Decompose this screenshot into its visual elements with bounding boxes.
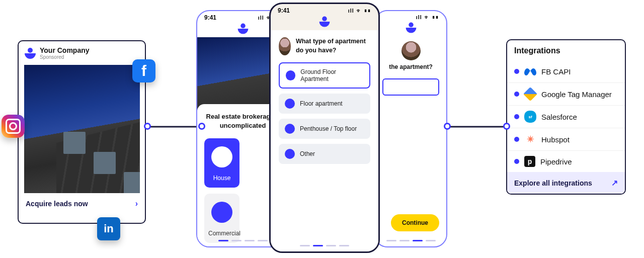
google-tag-manager-icon	[524, 88, 536, 100]
avatar	[401, 41, 421, 60]
salesforce-icon: sf	[524, 111, 536, 123]
chevron-right-icon: ›	[135, 199, 138, 208]
option-label: Ground Floor Apartment	[300, 68, 363, 82]
integration-item-gtm[interactable]: Google Tag Manager	[507, 82, 625, 105]
radio-icon	[285, 124, 295, 134]
integration-label: Hubspot	[541, 135, 570, 144]
integration-label: Salesforce	[541, 113, 577, 121]
avatar	[279, 37, 291, 55]
ad-company-name: Your Company	[40, 46, 90, 54]
ad-cta-button[interactable]: Acquire leads now ›	[19, 193, 145, 214]
integration-label: Pipedrive	[540, 157, 572, 166]
hubspot-icon: ✴	[524, 133, 536, 145]
ad-sponsored-label: Sponsored	[40, 54, 90, 60]
status-icons: ıll ᯤ ▮▮	[348, 8, 371, 14]
flow-node	[144, 123, 151, 130]
integration-item-hubspot[interactable]: ✴ Hubspot	[507, 128, 625, 150]
integration-item-pipedrive[interactable]: p Pipedrive	[507, 150, 625, 172]
option-label: Penthouse / Top floor	[300, 125, 357, 132]
ad-cta-label: Acquire leads now	[26, 200, 88, 208]
option-floor-apartment[interactable]: Floor apartment	[279, 94, 370, 114]
question-text: What type of apartment do you have?	[296, 37, 370, 55]
phone-funnel-step-apartment-type: 9:41 ıll ᯤ ▮▮ What type of apartment do …	[269, 3, 380, 253]
phone-funnel-step-size: ıll ᯤ ▮▮ the apartment? Continue	[374, 10, 447, 247]
explore-label: Explore all integrations	[514, 179, 592, 187]
facebook-icon: f	[132, 59, 155, 82]
integration-item-fb-capi[interactable]: FB CAPI	[507, 60, 625, 82]
integration-label: Google Tag Manager	[541, 90, 612, 99]
radio-icon	[285, 149, 295, 159]
bullet-icon	[514, 137, 519, 142]
category-tile-house[interactable]: House	[204, 138, 239, 188]
integration-label: FB CAPI	[541, 67, 571, 76]
bullet-icon	[514, 92, 519, 97]
flow-node	[503, 123, 510, 130]
tile-label: House	[213, 175, 231, 182]
meta-icon	[524, 65, 536, 77]
explore-integrations-link[interactable]: Explore all integrations ↗	[507, 172, 625, 194]
brand-icon	[237, 24, 248, 34]
tile-label: Commercial	[208, 230, 240, 237]
radio-icon	[285, 99, 295, 109]
status-time: 9:41	[204, 14, 216, 21]
question-text: the apartment?	[380, 63, 441, 70]
brand-icon	[25, 48, 36, 59]
bullet-icon	[514, 159, 519, 164]
step-pager	[271, 245, 378, 246]
option-other[interactable]: Other	[279, 144, 370, 164]
status-time: 9:41	[278, 7, 290, 14]
option-ground-floor[interactable]: Ground Floor Apartment	[279, 62, 370, 89]
step-pager	[375, 240, 446, 241]
bullet-icon	[514, 114, 519, 119]
bullet-icon	[514, 69, 519, 74]
instagram-icon	[2, 115, 25, 138]
category-tile-commercial[interactable]: Commercial	[204, 194, 239, 243]
continue-button[interactable]: Continue	[391, 214, 439, 231]
option-penthouse[interactable]: Penthouse / Top floor	[279, 119, 370, 139]
option-label: Other	[300, 150, 315, 157]
arrow-up-right-icon: ↗	[611, 178, 618, 188]
option-label: Floor apartment	[300, 100, 343, 107]
brand-icon	[406, 23, 416, 33]
integration-item-salesforce[interactable]: sf Salesforce	[507, 105, 625, 128]
social-ad-card: Your Company Sponsored Acquire leads now…	[18, 40, 146, 224]
status-icons: ıll ᯤ ▮▮	[416, 14, 439, 20]
flow-node	[198, 123, 205, 130]
text-input[interactable]	[382, 78, 439, 96]
pipedrive-icon: p	[524, 156, 535, 167]
flow-node	[444, 123, 451, 130]
integrations-title: Integrations	[507, 40, 625, 60]
brand-icon	[319, 17, 330, 27]
integrations-card: Integrations FB CAPI Google Tag Manager …	[506, 39, 626, 195]
linkedin-icon: in	[97, 217, 120, 240]
ad-creative-image	[24, 65, 140, 193]
radio-icon	[286, 70, 295, 80]
